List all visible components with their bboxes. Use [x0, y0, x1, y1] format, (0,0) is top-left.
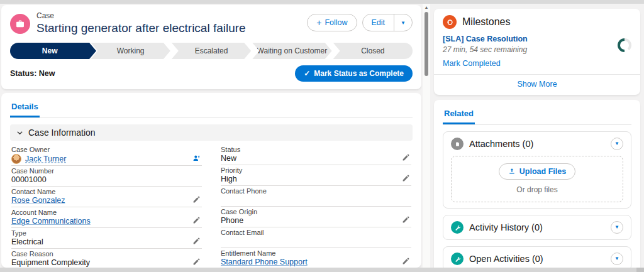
path-stage-escalated[interactable]: Escalated	[172, 43, 251, 59]
plus-icon: +	[316, 18, 321, 27]
page-title: Starting generator after electrical fail…	[36, 21, 246, 35]
field-case-owner: Case Owner Jack Turner	[11, 144, 202, 166]
path-stage-waiting-on-customer[interactable]: Waiting on Customer	[252, 43, 331, 59]
edit-pencil-icon[interactable]	[402, 174, 410, 182]
mark-status-complete-button[interactable]: ✓ Mark Status as Complete	[295, 65, 413, 82]
follow-button[interactable]: + Follow	[307, 14, 357, 31]
related-card: Related Attachments (0) ▼ Upload Files O…	[434, 100, 640, 272]
field-account-name: Account Name Edge Communications	[11, 207, 202, 228]
edit-button-group: Edit ▼	[362, 14, 413, 31]
scrollbar-corner	[636, 268, 644, 272]
edit-pencil-icon[interactable]	[192, 237, 201, 245]
avatar	[11, 154, 21, 164]
milestone-countdown-ring	[618, 38, 631, 52]
edit-pencil-icon[interactable]	[192, 216, 201, 224]
activity-history-panel: Activity History (0) ▼	[443, 215, 631, 240]
record-main-panel: Case Starting generator after electrical…	[0, 4, 423, 268]
open-activities-icon	[451, 253, 464, 265]
window-bottom-scrollbar[interactable]	[0, 268, 644, 272]
field-contact-email: Contact Email	[221, 227, 411, 248]
field-type: Type Electrical	[11, 228, 202, 249]
attachments-icon	[451, 138, 464, 150]
mark-completed-link[interactable]: Mark Completed	[443, 59, 606, 68]
milestone-time-remaining: 27 min, 54 sec remaining	[443, 45, 606, 54]
field-entitlement-name: Entitlement Name Standard Phone Support	[221, 248, 411, 268]
section-case-information[interactable]: Case Information	[10, 124, 413, 141]
vertical-scrollbar[interactable]: ▲	[423, 4, 430, 268]
field-status: Status New	[221, 144, 411, 165]
tab-related[interactable]: Related	[443, 106, 475, 124]
milestone-icon	[443, 15, 457, 29]
activity-history-actions-button[interactable]: ▼	[611, 221, 623, 234]
section-title: Case Information	[28, 128, 96, 138]
path-stage-working[interactable]: Working	[91, 43, 170, 59]
attachments-panel: Attachments (0) ▼ Upload Files Or drop f…	[443, 131, 631, 209]
scrollbar-thumb[interactable]	[425, 12, 428, 76]
milestones-title: Milestones	[462, 16, 510, 28]
file-dropzone[interactable]: Upload Files Or drop files	[451, 156, 623, 202]
field-case-number: Case Number 00001000	[11, 166, 202, 187]
scroll-up-icon[interactable]: ▲	[425, 5, 429, 10]
milestone-item-link[interactable]: [SLA] Case Resolution	[443, 35, 606, 43]
tab-details[interactable]: Details	[10, 99, 40, 117]
path-stage-new[interactable]: New	[10, 43, 89, 59]
field-contact-phone: Contact Phone	[221, 186, 411, 207]
open-activities-title: Open Activities (0)	[469, 254, 543, 264]
edit-button[interactable]: Edit	[363, 14, 394, 31]
activity-history-title: Activity History (0)	[469, 222, 543, 232]
field-contact-name: Contact Name Rose Gonzalez	[11, 187, 202, 207]
edit-dropdown-button[interactable]: ▼	[394, 14, 412, 31]
entitlement-link[interactable]: Standard Phone Support	[221, 258, 308, 267]
change-owner-icon[interactable]	[192, 154, 201, 162]
field-case-origin: Case Origin Phone	[221, 207, 411, 227]
chevron-down-icon: ▼	[614, 141, 619, 146]
record-detail-card: Details Case Information Case Owner Jack…	[1, 93, 421, 268]
contact-name-link[interactable]: Rose Gonzalez	[11, 196, 65, 205]
upload-files-button[interactable]: Upload Files	[499, 163, 575, 180]
detail-tabs: Details	[10, 99, 413, 118]
record-header-card: Case Starting generator after electrical…	[1, 5, 421, 89]
checkmark-icon: ✓	[304, 69, 310, 78]
show-more-button[interactable]: Show More	[443, 75, 631, 95]
entity-label: Case	[36, 11, 246, 20]
upload-icon	[508, 168, 516, 175]
attachments-actions-button[interactable]: ▼	[611, 138, 623, 150]
field-priority: Priority High	[221, 165, 411, 186]
related-tabs: Related	[443, 106, 631, 125]
chevron-down-icon	[16, 129, 23, 136]
chevron-down-icon: ▼	[614, 256, 619, 261]
case-owner-link[interactable]: Jack Turner	[25, 155, 66, 164]
edit-pencil-icon[interactable]	[402, 257, 410, 265]
edit-pencil-icon[interactable]	[402, 153, 410, 161]
path-stage-closed[interactable]: Closed	[333, 43, 413, 59]
field-grid: Case Owner Jack Turner Case Number 00001…	[10, 144, 413, 268]
milestones-card: Milestones [SLA] Case Resolution 27 min,…	[434, 9, 640, 95]
open-activities-actions-button[interactable]: ▼	[611, 253, 623, 265]
edit-pencil-icon[interactable]	[192, 195, 201, 204]
record-sidebar: Milestones [SLA] Case Resolution 27 min,…	[430, 4, 644, 268]
case-status-path: New Working Escalated Waiting on Custome…	[10, 43, 413, 59]
field-case-reason: Case Reason Equipment Complexity	[11, 249, 202, 268]
status-line: Status: New	[10, 69, 55, 78]
activity-history-icon	[451, 221, 464, 234]
chevron-down-icon: ▼	[401, 20, 406, 26]
edit-pencil-icon[interactable]	[192, 258, 201, 266]
chevron-down-icon: ▼	[614, 225, 619, 230]
edit-pencil-icon[interactable]	[402, 215, 410, 224]
drop-files-hint: Or drop files	[458, 185, 616, 194]
attachments-title: Attachments (0)	[469, 139, 533, 149]
case-icon	[10, 14, 30, 34]
account-name-link[interactable]: Edge Communications	[11, 217, 91, 226]
